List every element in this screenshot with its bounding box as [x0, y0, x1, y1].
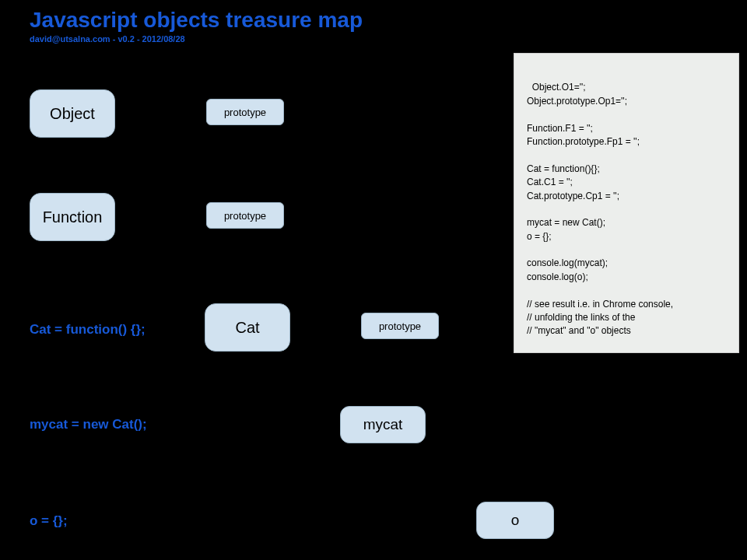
node-object: Object [30, 89, 115, 138]
node-o-label: o [511, 512, 520, 529]
code-panel-content: Object.O1=''; Object.prototype.Op1=''; F… [527, 82, 673, 336]
page-title: Javascript objects treasure map [30, 8, 363, 33]
node-cat-label: Cat [235, 319, 259, 337]
node-mycat: mycat [340, 406, 426, 443]
node-function-prototype: prototype [206, 202, 284, 229]
caption-o-def: o = {}; [30, 513, 68, 529]
node-object-prototype-label: prototype [224, 107, 266, 118]
node-cat-prototype: prototype [361, 313, 439, 339]
node-cat-prototype-label: prototype [379, 320, 421, 332]
node-function-label: Function [43, 208, 103, 226]
node-o: o [476, 502, 554, 539]
caption-mycat-def: mycat = new Cat(); [30, 417, 147, 432]
node-object-prototype: prototype [206, 99, 284, 125]
node-function-prototype-label: prototype [224, 210, 266, 222]
node-function: Function [30, 193, 115, 241]
node-object-label: Object [50, 105, 95, 123]
caption-cat-def: Cat = function() {}; [30, 322, 146, 338]
node-mycat-label: mycat [363, 416, 403, 433]
node-cat: Cat [205, 303, 290, 352]
page-subtitle: david@utsalna.com - v0.2 - 2012/08/28 [30, 34, 185, 44]
code-panel: Object.O1=''; Object.prototype.Op1=''; F… [514, 53, 739, 353]
